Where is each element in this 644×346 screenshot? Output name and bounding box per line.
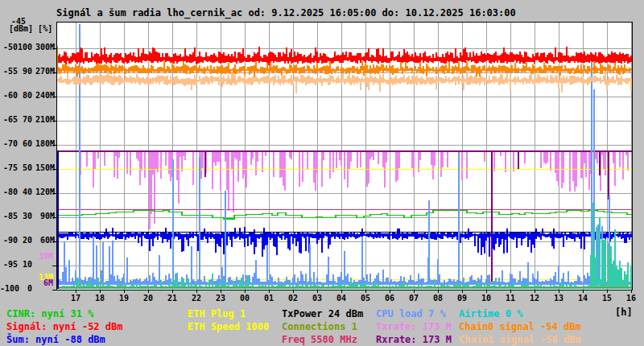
x-axis-label: 15 (595, 294, 619, 303)
legend-column: CINR: nyní 31 %Signál: nyní -52 dBmŠum: … (6, 308, 200, 346)
y-axis-label: -6080240M (0, 91, 55, 100)
y-axis-label: -8040120M (0, 187, 55, 196)
x-axis-label: 14 (571, 294, 595, 303)
legend-item-noise: Šum: nyní -88 dBm (6, 334, 105, 345)
legend-item-connections: Connections 1 (282, 321, 357, 332)
y-axis-label: -5590270M (0, 67, 55, 76)
x-axis-label: 21 (160, 294, 184, 303)
legend-item-txrate: Txrate: 173 M (376, 321, 452, 332)
x-axis-label: 05 (353, 294, 378, 303)
x-axis-label: 12 (522, 294, 547, 303)
x-axis-label: 02 (281, 294, 305, 303)
x-axis-label: 23 (208, 294, 233, 303)
legend-item-airtime: Airtime 0 % (459, 308, 522, 319)
x-axis-label: 11 (498, 294, 522, 303)
x-axis-label: 00 (233, 294, 257, 303)
x-axis-label: 22 (184, 294, 208, 303)
x-axis-label: 03 (305, 294, 329, 303)
x-axis-label: 07 (402, 294, 426, 303)
legend-item-cinr: CINR: nyní 31 % (6, 308, 93, 319)
legend-item-chain1-signal: Chain1 signal -56 dBm (459, 334, 581, 345)
x-axis-label: 13 (547, 294, 571, 303)
y-axis-label: -7060180M (0, 139, 55, 148)
legend-item-cpu-load: CPU load 7 % (376, 308, 446, 319)
y-axis-label: -9510 (0, 260, 55, 269)
y-axis-label: -50100300M (0, 43, 55, 51)
y-axis-label: -902060M (0, 236, 55, 245)
legend-item-chain0-signal: Chain0 signal -54 dBm (459, 321, 581, 332)
y-axis-label: -7550150M (0, 163, 55, 172)
legend-item-txpower: TxPower 24 dBm (282, 308, 363, 319)
x-axis-label: 17 (64, 294, 88, 303)
y-axis-label: -6570210M (0, 115, 55, 124)
rate-marker-6m: 6M (32, 278, 53, 287)
y-axis-label: -853090M (0, 212, 55, 220)
legend-item-rxrate: Rxrate: 173 M (376, 334, 452, 345)
rate-marker-39m: 39M (32, 252, 53, 261)
x-axis-label: 06 (378, 294, 402, 303)
legend-item-signal: Signál: nyní -52 dBm (6, 321, 123, 332)
x-axis-label: 08 (426, 294, 450, 303)
x-axis-label: 04 (329, 294, 353, 303)
legend-item-freq: Freq 5580 MHz (282, 334, 357, 345)
legend-item-eth-speed: ETH Speed 1000 (188, 321, 269, 332)
x-axis-label: 16 (619, 294, 643, 303)
x-axis-label: 01 (257, 294, 281, 303)
x-axis-label: 09 (450, 294, 474, 303)
mrtg-signal-page: { "title": "Signál a šum radia lho_cerni… (0, 0, 644, 346)
legend-column: Airtime 0 %Chain0 signal -54 dBmChain1 s… (459, 308, 644, 346)
x-axis-label: 10 (474, 294, 498, 303)
x-axis-label: 20 (136, 294, 160, 303)
x-axis-label: 18 (88, 294, 112, 303)
x-axis-label: 19 (112, 294, 136, 303)
legend-item-eth-plug: ETH Plug 1 (188, 308, 246, 319)
